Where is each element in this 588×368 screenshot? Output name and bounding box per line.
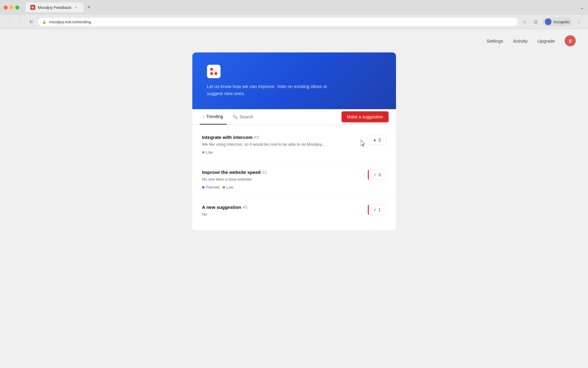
tab-title: Moodjoy Feedback xyxy=(38,5,71,10)
tag-dot xyxy=(202,186,205,189)
logo-dot-3 xyxy=(210,72,213,75)
forward-button[interactable]: → xyxy=(16,17,24,26)
tag-label: Planned xyxy=(206,185,220,190)
address-bar-row: ← → ↻ 🔒 moodjoy.nolt.io/trending ☆ ⊡ 👤 I… xyxy=(0,15,588,29)
upgrade-link[interactable]: Upgrade xyxy=(537,38,555,44)
search-icon: 🔍 xyxy=(233,115,238,119)
brand-logo xyxy=(207,65,221,78)
suggestion-tags: Planned Low xyxy=(202,185,363,190)
tag-label: Low xyxy=(206,150,213,155)
vote-button[interactable]: ▲ 3 xyxy=(368,135,386,145)
suggestion-id: #5 xyxy=(242,205,247,210)
menu-button[interactable]: ⋮ xyxy=(575,17,583,26)
incognito-badge[interactable]: 👤 Incognito xyxy=(542,17,572,26)
suggestion-title-text: Integrate with intercom xyxy=(202,135,253,140)
suggestion-content: Improve the website speed #1 No one like… xyxy=(202,170,363,190)
browser-chrome: M Moodjoy Feedback × + ⌄ ← → ↻ 🔒 moodjoy… xyxy=(0,0,588,29)
maximize-button[interactable] xyxy=(15,6,19,10)
incognito-label: Incognito xyxy=(553,20,570,24)
tab-bar: M Moodjoy Feedback × + xyxy=(22,2,97,12)
address-bar[interactable]: 🔒 moodjoy.nolt.io/trending xyxy=(38,18,518,26)
tag-label: Low xyxy=(227,185,233,190)
minimize-button[interactable] xyxy=(9,6,13,10)
search-button[interactable]: 🔍 Search xyxy=(229,111,257,123)
vote-button[interactable]: ✓ 3 xyxy=(368,170,386,180)
suggestion-title: A new suggestion #5 xyxy=(202,205,363,210)
suggestion-title: Improve the website speed #1 xyxy=(202,170,363,175)
suggestion-content: A new suggestion #5 No xyxy=(202,205,363,220)
suggestions-container: Integrate with intercom #3 We like using… xyxy=(192,125,396,230)
reload-button[interactable]: ↻ xyxy=(27,17,36,26)
dropdown-icon[interactable]: ⌄ xyxy=(580,4,584,11)
url-text: moodjoy.nolt.io/trending xyxy=(49,20,514,24)
vote-count: 3 xyxy=(379,172,381,177)
suggestion-description: No xyxy=(202,212,363,217)
suggestion-item: Improve the website speed #1 No one like… xyxy=(192,162,396,197)
bookmark-button[interactable]: ☆ xyxy=(520,17,529,26)
tag-planned: Planned xyxy=(202,185,220,190)
tab-close-button[interactable]: × xyxy=(74,5,79,10)
browser-titlebar: M Moodjoy Feedback × + ⌄ xyxy=(0,0,588,15)
hero-description: Let us know how we can improve. Vote on … xyxy=(207,83,330,97)
logo-dot-1 xyxy=(210,68,213,71)
suggestion-title-text: A new suggestion xyxy=(202,205,241,210)
hero-banner: Let us know how we can improve. Vote on … xyxy=(192,52,396,109)
make-suggestion-button[interactable]: Make a suggestion xyxy=(341,111,389,122)
traffic-lights xyxy=(4,6,19,10)
lock-icon: 🔒 xyxy=(42,20,47,24)
suggestion-title-text: Improve the website speed xyxy=(202,170,261,175)
top-nav: Settings Activity Upgrade S xyxy=(0,29,588,52)
settings-link[interactable]: Settings xyxy=(487,38,503,44)
activity-link[interactable]: Activity xyxy=(513,38,528,44)
browser-actions: ☆ ⊡ 👤 Incognito ⋮ xyxy=(520,17,583,26)
tab-favicon: M xyxy=(30,5,35,10)
tag-low: Low xyxy=(223,185,233,190)
new-tab-button[interactable]: + xyxy=(85,3,93,12)
suggestion-tags: Low xyxy=(202,150,363,155)
tag-dot xyxy=(202,151,205,154)
vote-button[interactable]: ✓ 1 xyxy=(368,205,386,215)
vote-icon: ▲ xyxy=(373,138,377,142)
back-button[interactable]: ← xyxy=(5,17,13,26)
trending-tab[interactable]: › Trending xyxy=(200,109,227,125)
logo-dot-4 xyxy=(214,72,217,75)
suggestion-title: Integrate with intercom #3 xyxy=(202,135,363,140)
trending-label: Trending xyxy=(206,114,223,119)
suggestion-item: Integrate with intercom #3 We like using… xyxy=(192,127,396,162)
logo-dots xyxy=(208,66,219,77)
vote-icon: ✓ xyxy=(374,208,377,212)
main-container: Let us know how we can improve. Vote on … xyxy=(192,52,396,249)
suggestion-content: Integrate with intercom #3 We like using… xyxy=(202,135,363,155)
logo-dot-2 xyxy=(214,68,217,71)
suggestion-description: No one likes a slow website! xyxy=(202,177,363,182)
search-label: Search xyxy=(239,114,253,119)
incognito-avatar: 👤 xyxy=(545,18,552,25)
vote-icon: ✓ xyxy=(374,173,377,177)
tag-dot xyxy=(223,186,225,189)
browser-tab[interactable]: M Moodjoy Feedback × xyxy=(25,2,84,12)
page-content: Settings Activity Upgrade S Let us know … xyxy=(0,29,588,366)
chevron-right-icon: › xyxy=(203,114,205,119)
tag-low: Low xyxy=(202,150,213,155)
suggestion-id: #1 xyxy=(262,170,267,175)
toolbar: › Trending 🔍 Search Make a suggestion xyxy=(192,109,396,125)
vote-count: 3 xyxy=(379,137,381,142)
close-button[interactable] xyxy=(4,6,8,10)
suggestion-item: A new suggestion #5 No ✓ 1 xyxy=(192,197,396,228)
suggestion-id: #3 xyxy=(254,135,259,140)
split-view-button[interactable]: ⊡ xyxy=(531,17,540,26)
suggestion-description: We like using Intercom, so it would be c… xyxy=(202,142,363,147)
user-avatar[interactable]: S xyxy=(565,35,576,46)
vote-count: 1 xyxy=(379,207,381,212)
